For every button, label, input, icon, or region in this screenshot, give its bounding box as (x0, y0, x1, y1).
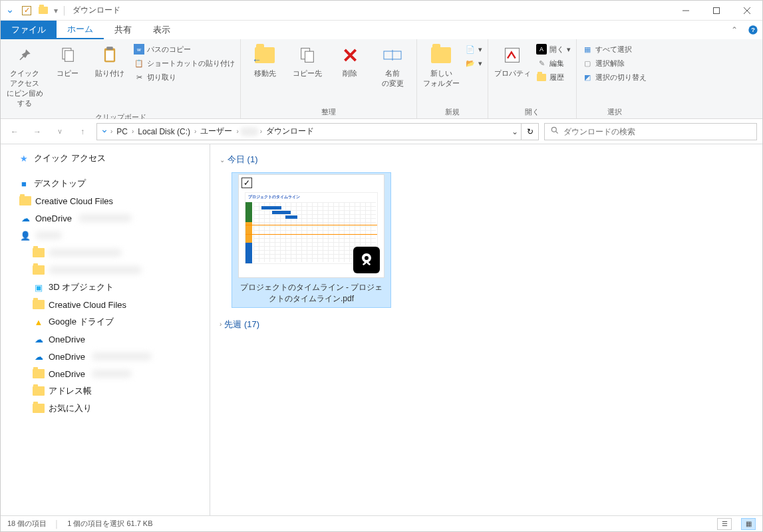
navigation-pane[interactable]: ★クイック アクセス ■デスクトップ Creative Cloud Files … (1, 144, 210, 515)
tree-folder-a[interactable] (1, 244, 210, 261)
delete-button[interactable]: ✕ 削除 (330, 42, 370, 81)
paste-label: 貼り付け (95, 68, 124, 78)
3d-icon: ▣ (33, 281, 45, 293)
nav-forward-button[interactable]: → (29, 123, 46, 140)
tree-quick-access[interactable]: ★クイック アクセス (1, 150, 210, 167)
pin-quick-access-button[interactable]: クイック アクセス にピン留めする (5, 42, 45, 111)
nav-recent-button[interactable]: v (51, 123, 69, 140)
new-folder-icon (430, 45, 452, 66)
close-button[interactable] (732, 1, 762, 21)
svg-line-14 (556, 132, 558, 134)
select-all-icon: ▦ (582, 44, 593, 55)
breadcrumb-users[interactable]: ユーザー (198, 126, 235, 137)
tree-user[interactable]: 👤 (1, 227, 210, 244)
tree-google-drive[interactable]: ▲Google ドライブ (1, 313, 210, 331)
status-selected: 1 個の項目を選択 61.7 KB (67, 519, 152, 529)
history-button[interactable]: 履歴 (535, 71, 572, 83)
tree-desktop[interactable]: ■デスクトップ (1, 175, 210, 192)
view-large-icons-button[interactable]: ▦ (741, 518, 756, 530)
new-folder-button[interactable]: 新しい フォルダー (421, 42, 461, 91)
qa-checkbox-icon[interactable]: ✓ (22, 6, 31, 15)
breadcrumb-downloads[interactable]: ダウンロード (263, 126, 317, 137)
paste-button[interactable]: 貼り付け (90, 42, 130, 81)
svg-rect-12 (506, 49, 520, 63)
onedrive-icon: ☁ (19, 212, 31, 224)
tree-onedrive-2[interactable]: ☁OneDrive (1, 331, 210, 348)
properties-button[interactable]: プロパティ (492, 42, 532, 81)
edit-button[interactable]: ✎編集 (535, 57, 572, 69)
invert-selection-icon: ◩ (582, 72, 593, 82)
move-to-label: 移動先 (254, 68, 276, 78)
search-box[interactable] (544, 123, 757, 140)
chevron-down-icon: ⌄ (220, 156, 225, 164)
qa-dropdown-icon[interactable]: ▾ (54, 6, 58, 15)
tree-3d-objects[interactable]: ▣3D オブジェクト (1, 279, 210, 296)
copy-to-button[interactable]: コピー先 (287, 42, 327, 81)
tree-favorites[interactable]: お気に入り (1, 400, 210, 417)
tab-home[interactable]: ホーム (57, 21, 104, 39)
content-pane[interactable]: ⌄ 今日 (1) ✓ プロジェクトのタイムライン (210, 144, 762, 515)
tree-creative-cloud[interactable]: Creative Cloud Files (1, 192, 210, 209)
tree-creative-cloud-2[interactable]: Creative Cloud Files (1, 296, 210, 313)
new-item-button[interactable]: 📄▾ (464, 43, 484, 55)
tree-onedrive-4[interactable]: OneDrive (1, 365, 210, 382)
qa-folder-icon[interactable] (37, 4, 50, 17)
tab-file[interactable]: ファイル (1, 21, 57, 39)
breadcrumb-dropdown-icon[interactable]: ⌄ (512, 127, 518, 136)
view-details-button[interactable]: ☰ (717, 518, 732, 530)
tab-share[interactable]: 共有 (104, 21, 142, 39)
select-all-button[interactable]: ▦すべて選択 (581, 43, 648, 55)
window-title: ダウンロード (73, 5, 120, 16)
cut-button[interactable]: ✂切り取り (132, 71, 236, 83)
copy-button[interactable]: コピー (47, 42, 87, 81)
nav-back-button[interactable]: ← (6, 123, 23, 140)
copy-icon (57, 45, 78, 66)
move-to-button[interactable]: ← 移動先 (245, 42, 285, 81)
open-button[interactable]: A開く▾ (535, 43, 572, 55)
onedrive-icon: ☁ (33, 350, 45, 362)
tree-onedrive[interactable]: ☁OneDrive (1, 209, 210, 227)
tab-view[interactable]: 表示 (142, 21, 181, 39)
address-icon (33, 385, 45, 397)
tree-address-book[interactable]: アドレス帳 (1, 382, 210, 400)
file-name: プロジェクトのタイムライン - プロジェクトのタイムライン.pdf (233, 278, 389, 306)
breadcrumb-disk[interactable]: Local Disk (C:) (135, 127, 193, 136)
new-folder-label: 新しい フォルダー (423, 68, 460, 88)
tree-onedrive-3[interactable]: ☁OneDrive (1, 348, 210, 365)
svg-text:?: ? (751, 27, 755, 33)
folder-icon (33, 247, 45, 259)
select-none-button[interactable]: ▢選択解除 (581, 57, 648, 69)
copy-path-button[interactable]: wパスのコピー (132, 43, 236, 55)
ribbon-group-open: プロパティ A開く▾ ✎編集 履歴 開く (488, 39, 577, 118)
breadcrumb[interactable]: › PC› Local Disk (C:)› ユーザー› › ダウンロード ⌄ (96, 123, 522, 140)
invert-selection-button[interactable]: ◩選択の切り替え (581, 71, 648, 83)
group-lastweek[interactable]: › 先週 (17) (220, 316, 753, 333)
copy-to-label: コピー先 (293, 68, 322, 78)
help-icon[interactable]: ? (744, 21, 762, 39)
easy-access-button[interactable]: 📂▾ (464, 57, 484, 69)
ribbon-group-new: 新しい フォルダー 📄▾ 📂▾ 新規 (417, 39, 488, 118)
search-icon (550, 126, 559, 137)
breadcrumb-user[interactable] (240, 127, 259, 136)
copy-to-icon (297, 45, 318, 66)
ribbon: クイック アクセス にピン留めする コピー 貼り付け wパスのコピー 📋ショート… (1, 39, 762, 119)
group-select-label: 選択 (581, 106, 648, 117)
breadcrumb-pc[interactable]: PC (114, 127, 130, 136)
group-today[interactable]: ⌄ 今日 (1) (220, 151, 753, 168)
gdrive-icon: ▲ (33, 316, 45, 328)
minimize-button[interactable] (671, 1, 701, 21)
svg-point-13 (551, 127, 556, 132)
tree-folder-b[interactable] (1, 261, 210, 279)
file-item[interactable]: ✓ プロジェクトのタイムライン プロジェクトの (231, 172, 391, 308)
move-to-icon: ← (254, 45, 275, 66)
paste-shortcut-button[interactable]: 📋ショートカットの貼り付け (132, 57, 236, 69)
ribbon-collapse-icon[interactable]: ⌃ (725, 21, 744, 39)
app-down-arrow-icon (3, 4, 17, 17)
nav-up-button[interactable]: ↑ (74, 123, 91, 140)
svg-rect-7 (106, 51, 114, 61)
file-checkbox[interactable]: ✓ (241, 178, 252, 188)
refresh-button[interactable]: ↻ (522, 123, 539, 140)
maximize-button[interactable] (701, 1, 732, 21)
search-input[interactable] (563, 127, 751, 136)
rename-button[interactable]: 名前 の変更 (373, 42, 412, 91)
